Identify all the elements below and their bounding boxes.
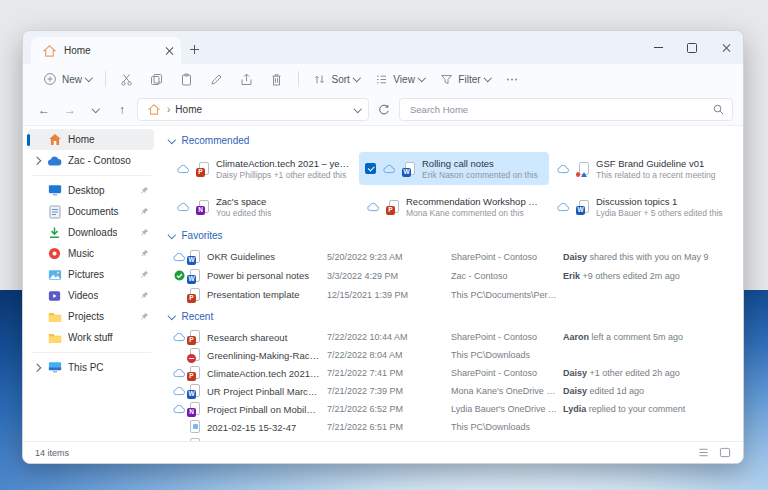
checkbox-checked-icon[interactable] <box>365 163 376 174</box>
sidebar-item-videos[interactable]: Videos <box>28 285 154 306</box>
paste-button[interactable] <box>172 67 202 91</box>
close-button[interactable] <box>709 31 743 64</box>
back-button[interactable]: ← <box>33 99 55 121</box>
window-controls <box>641 31 743 64</box>
maximize-button[interactable] <box>675 31 709 64</box>
file-activity: Erik +9 others edited 2m ago <box>563 271 739 281</box>
file-name: Greenlining-Making-Racial-Equity-Rea... <box>207 350 327 361</box>
chevron-down-icon <box>418 74 426 82</box>
address-dropdown-icon[interactable] <box>353 105 361 113</box>
file-location: SharePoint - Contoso <box>451 368 563 378</box>
rename-button[interactable] <box>202 67 232 91</box>
breadcrumb-location[interactable]: Home <box>175 104 202 115</box>
cut-icon <box>119 71 135 87</box>
file-row[interactable]: P Research shareout 7/22/2022 10:44 AM S… <box>171 328 739 346</box>
pdf-file-icon <box>187 437 202 441</box>
pin-icon <box>140 291 149 300</box>
new-button[interactable]: New <box>35 67 99 91</box>
search-input[interactable] <box>408 103 713 116</box>
file-subtitle: This related to a recent meeting <box>596 170 716 180</box>
cloud-status-icon <box>175 164 191 174</box>
file-activity: Daisy +1 other edited 2h ago <box>563 368 739 378</box>
file-card[interactable]: P Recommendation Workshop Content Mona K… <box>359 190 549 223</box>
copy-button[interactable] <box>142 67 172 91</box>
file-card[interactable]: N Zac's space You edited this <box>169 190 359 223</box>
share-button[interactable] <box>232 67 262 91</box>
sidebar-item-work-stuff[interactable]: Work stuff <box>28 327 154 348</box>
cloud-status-icon <box>171 252 187 262</box>
file-name: Research shareout <box>207 332 327 343</box>
tab-close-icon[interactable] <box>165 47 173 55</box>
large-icons-view-toggle[interactable] <box>719 447 731 458</box>
pin-icon <box>140 186 149 195</box>
pin-icon <box>140 207 149 216</box>
pin-icon <box>140 228 149 237</box>
file-activity: Daisy edited 1d ago <box>563 386 739 396</box>
forward-icon: → <box>64 103 76 117</box>
expand-chevron-icon[interactable] <box>33 157 41 165</box>
file-card[interactable]: W Discussion topics 1 Lydia Bauer + 5 ot… <box>549 190 739 223</box>
file-name: Project Pinball on Mobile KickOff <box>207 404 327 415</box>
filter-button[interactable]: Filter <box>431 67 497 91</box>
word-file-icon: W <box>576 199 591 215</box>
section-header-recommended[interactable]: Recommended <box>169 132 739 149</box>
file-row[interactable]: 2021-02-15 15-32-47 7/21/2022 6:51 PM Th… <box>171 418 739 436</box>
file-row[interactable]: W UR Project Pinball March Notes 7/21/20… <box>171 382 739 400</box>
tab-title: Home <box>64 45 158 56</box>
forward-button[interactable]: → <box>59 99 81 121</box>
copy-icon <box>149 71 165 87</box>
pictures-icon <box>47 267 62 282</box>
sidebar-item-desktop[interactable]: Desktop <box>28 180 154 201</box>
sidebar-item-music[interactable]: Music <box>28 243 154 264</box>
file-card-selected[interactable]: W Rolling call notes Erik Nason commente… <box>359 152 549 185</box>
file-card[interactable]: P ClimateAction.tech 2021 – year in... D… <box>169 152 359 185</box>
file-date: 7/21/2022 6:51 PM <box>327 422 451 432</box>
details-view-toggle[interactable] <box>698 447 709 458</box>
see-more-button[interactable] <box>497 67 527 91</box>
sidebar-item-this-pc[interactable]: This PC <box>28 357 154 378</box>
section-header-recent[interactable]: Recent <box>169 308 739 325</box>
this-pc-icon <box>47 360 62 375</box>
pdf-file-icon <box>187 347 202 363</box>
content-pane: Recommended P ClimateAction.tech 2021 – … <box>159 126 743 441</box>
sidebar-item-pictures[interactable]: Pictures <box>28 264 154 285</box>
file-location: This PC\Downloads <box>451 422 563 432</box>
recent-locations-button[interactable] <box>85 99 107 121</box>
search-box <box>399 98 733 121</box>
file-row[interactable]: P ClimateAction.tech 2021 – year in revi… <box>171 364 739 382</box>
file-row[interactable]: P Presentation template 12/15/2021 1:39 … <box>171 285 739 304</box>
breadcrumb[interactable]: › Home <box>137 98 369 121</box>
file-row[interactable]: N Project Pinball on Mobile KickOff 7/21… <box>171 400 739 418</box>
sidebar-item-documents[interactable]: Documents <box>28 201 154 222</box>
collapse-chevron-icon <box>168 136 176 144</box>
file-row[interactable]: W OKR Guidelines 5/20/2022 9:23 AM Share… <box>171 247 739 266</box>
file-location: This PC\Downloads <box>451 350 563 360</box>
file-name: Power bi personal notes <box>207 270 327 281</box>
delete-button[interactable] <box>262 67 292 91</box>
videos-icon <box>47 288 62 303</box>
minimize-button[interactable] <box>641 31 675 64</box>
file-row[interactable]: W Power bi personal notes 3/3/2022 4:29 … <box>171 266 739 285</box>
sidebar-item-onedrive[interactable]: Zac - Contoso <box>28 150 154 171</box>
cut-button[interactable] <box>112 67 142 91</box>
synced-status-icon <box>171 270 187 281</box>
view-button[interactable]: View <box>366 67 431 91</box>
sidebar-item-downloads[interactable]: Downloads <box>28 222 154 243</box>
tab-home[interactable]: Home <box>31 37 181 64</box>
new-tab-button[interactable] <box>181 36 207 62</box>
paste-icon <box>179 71 195 87</box>
file-location: Mona Kane's OneDrive - Contoso <box>451 386 563 396</box>
sidebar-item-projects[interactable]: Projects <box>28 306 154 327</box>
file-row[interactable]: Greenlining-Making-Racial-Equity-Rea... … <box>171 346 739 364</box>
section-header-favorites[interactable]: Favorites <box>169 227 739 244</box>
sidebar-item-home[interactable]: Home <box>28 129 154 150</box>
search-icon <box>713 104 724 115</box>
refresh-button[interactable] <box>373 99 395 121</box>
file-name: Presentation template <box>207 289 327 300</box>
sort-button[interactable]: Sort <box>305 67 367 91</box>
share-icon <box>239 71 255 87</box>
up-button[interactable]: ↑ <box>111 99 133 121</box>
file-card[interactable]: GSF Brand Guideline v01 This related to … <box>549 152 739 185</box>
crumb-separator: › <box>167 104 170 115</box>
expand-chevron-icon[interactable] <box>33 364 41 372</box>
